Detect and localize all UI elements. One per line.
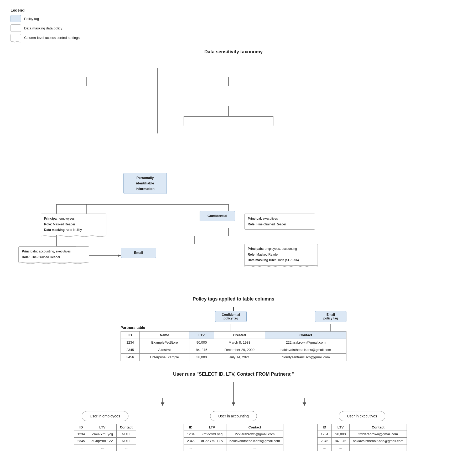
result-table-row: 1234 Zm9vYmFycg 222larabrown@gmail.com xyxy=(184,431,283,438)
cell-id: 3456 xyxy=(121,354,140,361)
result-cell-id: ... xyxy=(184,444,198,451)
result-cell-id: 2345 xyxy=(318,438,332,444)
result-cell-ltv: ... xyxy=(88,444,117,451)
access-executives-node: Principal: executives Role: Fine-Grained… xyxy=(244,214,315,230)
legend-item-column-access: Column-level access control settings xyxy=(11,34,456,41)
legend-item-data-masking: Data masking data policy xyxy=(11,24,456,32)
rth-id-acc: ID xyxy=(184,424,198,431)
cell-contact: baklavainthebalKans@gmail.com xyxy=(265,346,346,354)
rth-id-emp: ID xyxy=(74,424,88,431)
rth-ltv-emp: LTV xyxy=(88,424,117,431)
result-cell-contact: ... xyxy=(226,444,283,451)
cell-created: July 14, 2021 xyxy=(214,354,265,361)
result-cell-contact: NULL xyxy=(117,431,136,438)
taxonomy-title: Data sensitivity taxonomy xyxy=(11,49,456,55)
cell-name: ExamplePetStore xyxy=(140,339,189,346)
legend-icon-column-access xyxy=(11,34,21,41)
table-row: 1234 ExamplePetStore 90,000 March 8, 198… xyxy=(121,339,346,346)
result-header-accounting: ID LTV Contact xyxy=(184,424,283,431)
confidential-node: Confidential xyxy=(200,211,235,221)
result-cell-ltv: Zm9vYmFycg xyxy=(88,431,117,438)
confidential-tag-label: Confidentialpolicy tag xyxy=(222,313,240,320)
user-pill-accounting: User in accounting xyxy=(210,411,257,421)
access-executives-principal-label: Principal: xyxy=(248,217,262,220)
result-cell-ltv: 90,000 xyxy=(331,431,349,438)
access-employees2-node: Principals: employees, accounting Role: … xyxy=(244,244,318,266)
rth-contact-acc: Contact xyxy=(226,424,283,431)
partners-table-label: Partners table xyxy=(121,325,346,330)
access-employees2-rule-value: Hash (SHA256) xyxy=(277,258,299,262)
legend-label-policy-tag: Policy tag xyxy=(24,17,39,21)
legend-title: Legend xyxy=(11,8,456,12)
col-contact: Contact xyxy=(265,332,346,339)
cell-created: March 8, 1983 xyxy=(214,339,265,346)
access-employees2-rule-label: Data masking rule: xyxy=(248,258,276,262)
access-executives-role-value: Fine-Grained Reader xyxy=(256,223,286,226)
result-card-accounting: User in accounting ID LTV Contact 1234 Z… xyxy=(172,411,295,451)
policy-table-title: Policy tags applied to table columns xyxy=(11,296,456,302)
rth-contact-emp: Contact xyxy=(117,424,136,431)
result-table-row: 2345 dGhpYmF1ZA NULL xyxy=(74,438,136,444)
result-cell-id: 2345 xyxy=(184,438,198,444)
result-table-executives: ID LTV Contact 1234 90,000 222larabrown@… xyxy=(317,424,407,451)
cell-created: December 29, 2009 xyxy=(214,346,265,354)
partners-table: ID Name LTV Created Contact 1234 Example… xyxy=(121,331,346,361)
result-cell-id: 2345 xyxy=(74,438,88,444)
result-table-row: ... ... ... xyxy=(74,444,136,451)
user-pill-executives: User in executives xyxy=(339,411,385,421)
legend-item-policy-tag: Policy tag xyxy=(11,15,456,22)
cell-name: EnterpriseExample xyxy=(140,354,189,361)
pii-node: Personallyidentifiableinformation xyxy=(123,173,167,194)
access-accounting-role-value: Fine-Grained Reader xyxy=(30,255,60,259)
access-employees2-principals-label: Principals: xyxy=(248,247,264,251)
rth-id-exec: ID xyxy=(318,424,332,431)
query-title: User runs "SELECT ID, LTV, Contact FROM … xyxy=(33,371,434,377)
access-employees-rule-value: Nullify xyxy=(73,228,82,232)
email-label: Email xyxy=(134,251,143,255)
legend-section: Legend Policy tag Data masking data poli… xyxy=(11,8,456,41)
rth-ltv-acc: LTV xyxy=(198,424,226,431)
cell-id: 2345 xyxy=(121,346,140,354)
taxonomy-diagram: Personallyidentifiableinformation xyxy=(11,60,456,286)
result-cell-contact: ... xyxy=(117,444,136,451)
rth-contact-exec: Contact xyxy=(350,424,407,431)
result-table-row: 2345 dGhpYmF1ZA baklavainthebalKans@gmai… xyxy=(184,438,283,444)
result-table-row: 1234 90,000 222larabrown@gmail.com xyxy=(318,431,407,438)
access-employees-role-value: Masked Reader xyxy=(53,223,75,226)
result-card-executives: User in executives ID LTV Contact 1234 9… xyxy=(300,411,424,451)
svg-marker-27 xyxy=(161,402,164,406)
result-cell-id: 1234 xyxy=(318,431,332,438)
legend-label-data-masking: Data masking data policy xyxy=(24,26,62,30)
result-cell-ltv: ... xyxy=(198,444,226,451)
cell-ltv: 90,000 xyxy=(189,339,214,346)
result-table-employees: ID LTV Contact 1234 Zm9vYmFycg NULL 2345… xyxy=(74,424,136,451)
result-header-employees: ID LTV Contact xyxy=(74,424,136,431)
access-accounting-role-label: Role: xyxy=(22,255,30,259)
confidential-policy-tag: Confidentialpolicy tag xyxy=(215,311,247,322)
legend-icon-policy-tag xyxy=(11,15,21,22)
result-cell-contact: baklavainthebalKans@gmail.com xyxy=(226,438,283,444)
squiggle-line-3 xyxy=(245,265,318,267)
result-table-accounting: ID LTV Contact 1234 Zm9vYmFycg 222larabr… xyxy=(184,424,283,451)
result-cell-ltv: dGhpYmF1ZA xyxy=(88,438,117,444)
access-employees2-role-value: Masked Reader xyxy=(256,253,279,256)
query-section: User runs "SELECT ID, LTV, Contact FROM … xyxy=(33,371,434,451)
email-node: Email xyxy=(121,248,156,258)
user-pill-employees: User in employees xyxy=(82,411,128,421)
col-created: Created xyxy=(214,332,265,339)
result-table-row: ... ... ... xyxy=(318,444,407,451)
user-label-executives: User in executives xyxy=(347,414,377,418)
three-way-arrow xyxy=(128,382,339,406)
cell-contact: 222larabrown@gmail.com xyxy=(265,339,346,346)
svg-marker-29 xyxy=(232,402,235,406)
result-header-executives: ID LTV Contact xyxy=(318,424,407,431)
access-executives-principal-value: executives xyxy=(263,217,278,220)
cell-contact: cloudysanfrancisco@gmail.com xyxy=(265,354,346,361)
result-cell-ltv: 84, 875 xyxy=(331,438,349,444)
col-name: Name xyxy=(140,332,189,339)
access-accounting-principals-label: Principals: xyxy=(22,250,38,253)
access-accounting-principals-value: accounting, executives xyxy=(39,250,71,253)
cell-id: 1234 xyxy=(121,339,140,346)
result-table-row: 2345 84, 875 baklavainthebalKans@gmail.c… xyxy=(318,438,407,444)
result-cell-id: ... xyxy=(74,444,88,451)
